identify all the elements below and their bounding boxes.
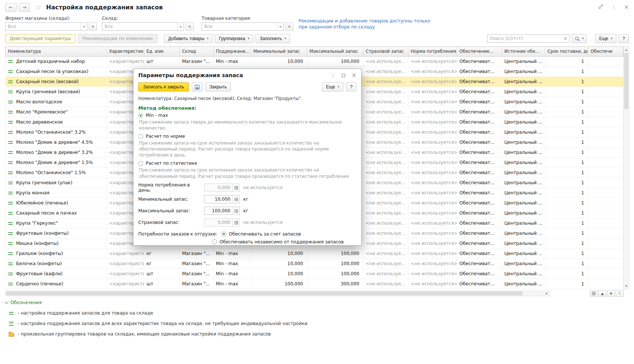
clear-filter-button[interactable]: × [89,22,97,31]
forward-arrow-icon: → [22,4,27,10]
dialog-close-icon[interactable]: × [351,72,356,79]
grid-glyph [235,186,238,189]
vertical-scrollbar[interactable]: ▲ ▼ [624,46,629,289]
page-title: Настройка поддержания запасов [46,4,163,11]
close-button[interactable]: Закрыть [205,82,231,91]
stock-setting-icon [8,242,13,246]
table-row[interactable]: Детский праздничный набор<характеристики… [6,57,623,67]
column-header-6[interactable]: Максимальный запас [307,47,363,56]
nomenclature-text: Грильяж (конфеты) [16,249,63,258]
dialog-more-button[interactable]: Еще ▾ [322,82,343,91]
calculator-icon[interactable] [232,207,239,215]
column-header-7[interactable]: Страховой запас [363,47,408,56]
horizontal-scrollbar[interactable] [5,291,544,296]
scroll-right-icon[interactable]: ▶ [544,291,550,296]
vertical-scroll-thumb[interactable] [624,53,628,109]
category-input[interactable] [202,23,277,30]
shipping-option[interactable]: Обеспечивать независимо от поддержания з… [212,239,356,245]
window-more-icon[interactable]: ⋮ [611,4,616,10]
form-field: Минимальный запас:кг [133,194,361,205]
column-header-11[interactable]: Срок поставки, дн. [545,47,588,56]
store-format-input[interactable] [6,23,81,30]
method-option[interactable]: Min - max [133,111,361,119]
window-close-icon[interactable]: × [624,4,629,10]
clear-search-icon[interactable]: × [562,36,569,41]
dialog-more-icon[interactable]: ⋮ [330,72,335,78]
dialog-help-button[interactable]: ? [346,82,356,91]
forward-button[interactable]: → [19,3,30,12]
column-header-10[interactable]: Источник обе... [502,47,545,56]
save-button[interactable] [192,82,202,91]
field-input[interactable] [205,219,232,226]
warehouse-combobox[interactable]: ▾ [102,22,184,31]
legend-header[interactable]: Обозначения [5,300,307,305]
field-input[interactable] [205,184,232,191]
favorite-star-icon[interactable]: ☆ [35,3,42,11]
clear-filter-button[interactable]: × [185,22,194,31]
column-header-12[interactable]: Обеспечи [588,47,621,56]
horizontal-scroll-thumb[interactable] [6,291,523,295]
calculator-icon[interactable] [232,184,239,191]
search-button[interactable]: ▾ [572,34,587,43]
method-option[interactable]: Расчет по норме [133,132,361,140]
search-input[interactable] [487,36,562,41]
column-header-3[interactable]: Склад [180,47,214,56]
radio-button-icon[interactable] [138,161,143,166]
scroll-up-icon[interactable]: ▲ [624,47,629,52]
radio-button-icon[interactable] [138,134,143,139]
more-button[interactable]: Еще ▾ [595,34,616,43]
recommendations-toggle[interactable]: Рекомендации по изменению [78,34,157,43]
cell-consumption-rate: <не используется> [408,107,457,117]
search-box[interactable]: × [487,34,570,43]
maximize-icon[interactable] [342,74,345,77]
stock-setting-icon [8,191,13,195]
category-combobox[interactable]: ▾ [202,22,284,31]
radio-button-icon[interactable] [212,239,217,244]
radio-button-icon[interactable] [221,231,226,236]
column-header-0[interactable]: Номенклатура [6,47,107,56]
table-row[interactable]: Сердечко (печенье)<характеристики ...штМ… [6,279,623,289]
column-header-2[interactable]: Ед. изм. [144,47,180,56]
method-option[interactable]: Расчет по статистике [133,159,361,167]
field-input[interactable] [205,207,232,215]
list-help-button[interactable]: ? [616,290,624,297]
back-button[interactable]: ← [5,3,16,12]
list-settings-button[interactable] [590,290,598,297]
store-format-combobox[interactable]: ▾ [5,22,87,31]
active-params-toggle[interactable]: Действующие параметры [5,34,75,43]
add-products-button[interactable]: Добавить товары ▾ [164,34,213,43]
scroll-down-icon[interactable]: ▼ [624,283,629,289]
cell-extra [588,117,621,127]
column-header-4[interactable]: Поддержани... [214,47,251,56]
chevron-down-icon[interactable]: ▾ [177,23,184,30]
cell-nomenclature: Детский праздничный набор [6,57,107,66]
column-header-1[interactable]: Характеристика [107,47,144,56]
warehouse-input[interactable] [102,23,177,30]
column-header-8[interactable]: Норма потребления [408,47,457,56]
column-header-9[interactable]: Обеспечение... [457,47,502,56]
grouping-button[interactable]: Группировка ▾ [215,34,253,43]
table-row[interactable]: Фруктовые (вафли)<характеристики ...штМа… [6,269,623,279]
form-field: Страховой запас:не используется [133,217,361,228]
calculator-icon[interactable] [232,219,239,226]
save-and-close-button[interactable]: Записать и закрыть [138,82,189,91]
clear-filter-button[interactable]: × [285,22,293,31]
shipping-option[interactable]: Обеспечивать за счет запасов [221,231,301,237]
cell-unit: шт [144,269,180,279]
radio-button-icon[interactable] [138,113,143,118]
scroll-to-top-button[interactable]: ▲ [598,290,606,297]
cell-min-stock: 10,000 [251,269,307,279]
fill-button[interactable]: Заполнить ▾ [256,34,290,43]
get-link-icon[interactable] [598,4,604,10]
calculator-icon[interactable] [232,195,239,203]
help-button[interactable]: ? [619,34,629,43]
chevron-down-icon[interactable]: ▾ [277,23,283,30]
cell-provision-source: Центральный ... [502,208,545,218]
scroll-to-bottom-button[interactable]: ▼ [607,290,615,297]
table-row[interactable]: Белочка (конфеты)<характеристики ...кгМа… [6,259,623,269]
stock-setting-icon [8,282,13,286]
field-input[interactable] [205,195,232,203]
chevron-down-icon[interactable]: ▾ [81,23,87,30]
column-header-5[interactable]: Минимальный запас [251,47,307,56]
table-row[interactable]: Грильяж (конфеты)<характеристики ...кгМа… [6,249,623,259]
